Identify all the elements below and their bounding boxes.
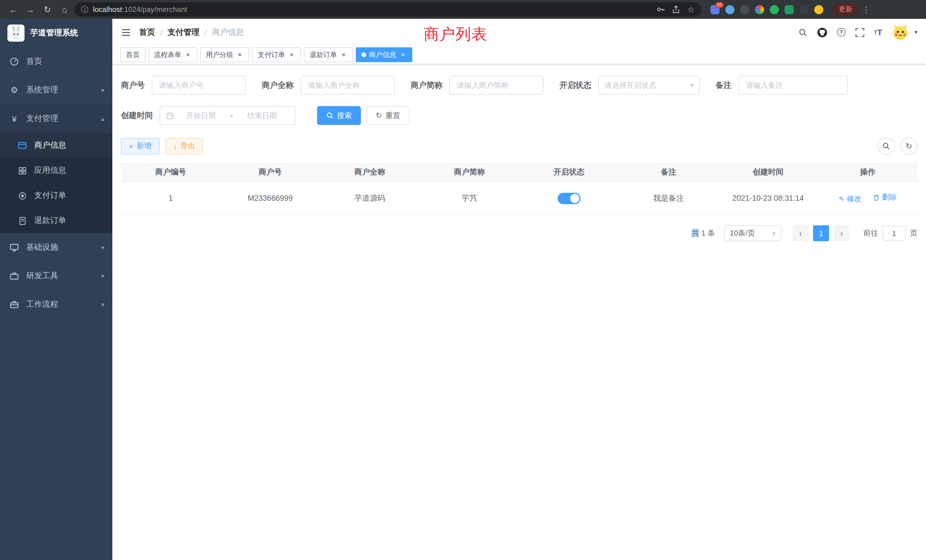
tab-refund-order[interactable]: 退款订单×: [304, 47, 353, 62]
extensions-area: 10: [710, 5, 823, 14]
app-title: 芋道管理系统: [30, 28, 78, 38]
prev-page-button[interactable]: ‹: [793, 225, 808, 241]
export-button[interactable]: ↓导出: [165, 138, 203, 154]
sidebar-item-pay-order[interactable]: 支付订单: [0, 183, 112, 208]
extension-puzzle-icon[interactable]: 10: [710, 5, 720, 14]
breadcrumb: 首页 / 支付管理 / 商户信息: [139, 27, 244, 37]
url-bar[interactable]: ⓘ localhost:1024/pay/merchant ☆: [74, 2, 701, 17]
extension-icon[interactable]: [785, 5, 794, 14]
user-avatar[interactable]: [892, 24, 909, 41]
delete-link[interactable]: 删除: [873, 192, 897, 203]
column-header: 商户编号: [121, 167, 220, 177]
tab-process-form[interactable]: 流程表单×: [148, 47, 197, 62]
page-annotation: 商户列表: [424, 24, 487, 44]
merchant-no-input[interactable]: [152, 76, 246, 95]
share-icon[interactable]: [672, 5, 681, 14]
password-key-icon[interactable]: [657, 5, 665, 14]
breadcrumb-payment[interactable]: 支付管理: [168, 27, 200, 37]
sidebar-toggle-icon[interactable]: [121, 27, 131, 37]
sidebar-item-refund-order[interactable]: 退款订单: [0, 208, 112, 233]
sidebar-item-label: 系统管理: [26, 85, 101, 95]
browser-menu-icon[interactable]: ⋮: [861, 5, 871, 14]
tab-home[interactable]: 首页: [120, 47, 145, 62]
sidebar-item-merchant-info[interactable]: 商户信息: [0, 133, 112, 158]
sidebar-item-label: 基础设施: [26, 242, 101, 253]
close-icon[interactable]: ×: [340, 51, 347, 59]
refresh-icon: ↻: [905, 141, 912, 151]
edit-link[interactable]: ✎修改: [839, 194, 862, 204]
chevron-down-icon: ▾: [690, 82, 693, 89]
sidebar-item-payment[interactable]: ¥ 支付管理 ▴: [0, 104, 112, 133]
page-size-select[interactable]: 10条/页 ▾: [724, 225, 781, 241]
sidebar-item-app-info[interactable]: 应用信息: [0, 158, 112, 183]
font-size-icon[interactable]: TT: [874, 27, 882, 37]
close-icon[interactable]: ×: [288, 51, 295, 59]
reload-icon[interactable]: ↻: [40, 4, 55, 15]
extension-icon[interactable]: [755, 5, 764, 14]
extension-icon[interactable]: [740, 5, 749, 14]
github-icon[interactable]: [817, 27, 828, 37]
short-name-input[interactable]: [449, 76, 543, 95]
status-toggle[interactable]: [558, 192, 581, 204]
extension-icon[interactable]: [814, 5, 823, 14]
create-time-range[interactable]: 开始日期 - 结束日期: [160, 106, 295, 125]
toggle-search-button[interactable]: [878, 138, 895, 154]
extension-icon[interactable]: [770, 5, 779, 14]
sidebar-item-system[interactable]: ⚙ 系统管理 ▾: [0, 76, 112, 104]
site-info-icon[interactable]: ⓘ: [81, 4, 88, 15]
search-button[interactable]: 搜索: [317, 106, 361, 125]
document-icon: [16, 216, 29, 225]
home-icon[interactable]: ⌂: [57, 5, 72, 14]
reset-button[interactable]: ↻ 重置: [367, 106, 409, 125]
close-icon[interactable]: ×: [184, 51, 192, 59]
help-icon[interactable]: ?: [837, 28, 846, 36]
briefcase-icon: [8, 300, 21, 309]
full-name-input[interactable]: [301, 76, 395, 95]
forward-icon[interactable]: →: [23, 5, 38, 14]
tab-pay-order[interactable]: 支付订单×: [252, 47, 301, 62]
sidebar-item-infra[interactable]: 基础设施 ▾: [0, 233, 112, 262]
sidebar-item-home[interactable]: 首页: [0, 47, 112, 76]
remark-input[interactable]: [738, 76, 848, 95]
extension-icon[interactable]: [725, 5, 734, 14]
start-date-placeholder: 开始日期: [174, 110, 228, 121]
dashboard-icon: [8, 57, 21, 66]
bookmark-star-icon[interactable]: ☆: [687, 5, 694, 14]
main-area: 首页 / 支付管理 / 商户信息 商户列表 ? TT: [112, 19, 926, 560]
caret-down-icon[interactable]: ▾: [914, 29, 917, 36]
goto-page-input[interactable]: [883, 226, 905, 241]
search-icon[interactable]: [798, 28, 807, 37]
table-row: 1 M233666999 芋道源码 芋艿 我是备注 2021-10-23 08:…: [121, 182, 917, 215]
fullscreen-icon[interactable]: [855, 28, 864, 37]
add-button[interactable]: +新增: [121, 138, 159, 154]
browser-update-button[interactable]: 更新: [832, 3, 859, 16]
target-icon: [16, 191, 29, 200]
close-icon[interactable]: ×: [399, 51, 407, 59]
sidebar-item-devtools[interactable]: 研发工具 ▾: [0, 262, 112, 290]
edit-icon: ✎: [839, 195, 844, 203]
sidebar-item-label: 应用信息: [34, 165, 104, 176]
page-1-button[interactable]: 1: [813, 225, 829, 241]
end-date-placeholder: 结束日期: [235, 110, 289, 121]
next-page-button[interactable]: ›: [834, 225, 850, 241]
cell-merchant-id: 1: [121, 194, 220, 203]
refresh-table-button[interactable]: ↻: [900, 138, 917, 154]
close-icon[interactable]: ×: [236, 51, 244, 59]
sidebar: 芋道管理系统 首页 ⚙ 系统管理 ▾ ¥ 支付管理 ▴: [0, 19, 112, 560]
status-label: 开启状态: [559, 80, 591, 90]
table-toolbar: +新增 ↓导出 ↻: [121, 138, 917, 154]
tab-merchant-info[interactable]: 商户信息×: [356, 47, 412, 62]
table-header: 商户编号 商户号 商户全称 商户简称 开启状态 备注 创建时间 操作: [121, 162, 917, 182]
status-select[interactable]: 请选择开启状态 ▾: [598, 76, 700, 95]
app-logo[interactable]: 芋道管理系统: [0, 19, 112, 47]
sidebar-item-workflow[interactable]: 工作流程 ▾: [0, 290, 112, 319]
sidebar-item-label: 首页: [26, 56, 104, 67]
url-path: :1024/pay/merchant: [122, 5, 187, 14]
column-header: 商户全称: [320, 167, 420, 177]
breadcrumb-home[interactable]: 首页: [139, 27, 155, 37]
cell-full-name: 芋道源码: [320, 193, 420, 203]
column-header: 创建时间: [719, 167, 818, 177]
extension-icon[interactable]: [799, 5, 808, 14]
back-icon[interactable]: ←: [6, 5, 21, 14]
tab-user-group[interactable]: 用户分组×: [200, 47, 249, 62]
